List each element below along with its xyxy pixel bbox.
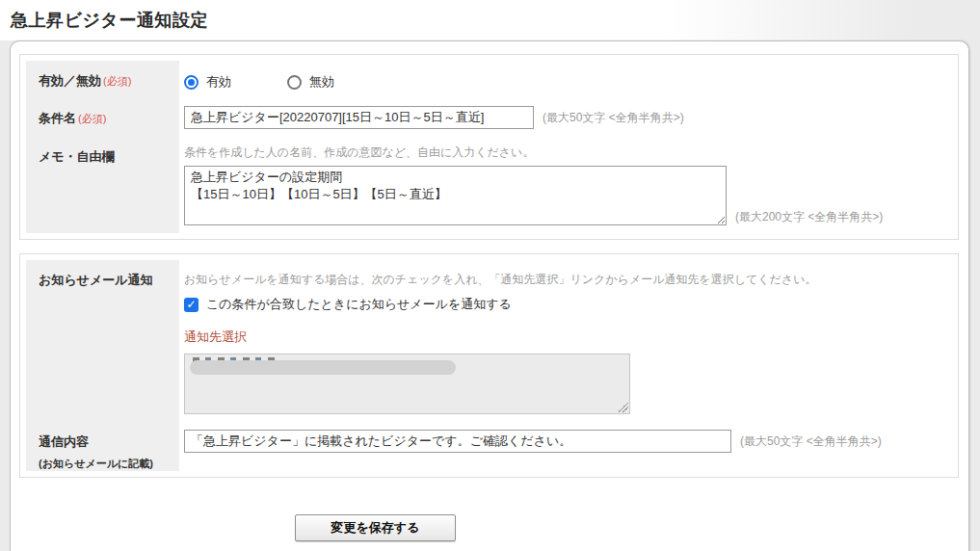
memo-content-cell: 条件を作成した人の名前、作成の意図など、自由に入力ください。 急上昇ビジターの設… [179, 137, 952, 233]
memo-label: メモ・自由欄 [39, 149, 115, 164]
radio-enabled-label: 有効 [206, 73, 231, 91]
basic-settings-section: 有効／無効(必須) 有効 無効 条件名(必須) [19, 54, 959, 240]
message-label-cell: 通信内容 (お知らせメールに記載) [26, 422, 179, 471]
notification-recipients-textarea[interactable] [184, 354, 630, 414]
enabled-label: 有効／無効 [39, 73, 101, 88]
enabled-label-cell: 有効／無効(必須) [26, 61, 179, 98]
recipient-select-link[interactable]: 通知先選択 [184, 328, 247, 346]
content-panel: 有効／無効(必須) 有効 無効 条件名(必須) [10, 40, 969, 551]
memo-label-cell: メモ・自由欄 [26, 137, 179, 233]
radio-disabled-label: 無効 [309, 73, 334, 91]
page-header: 急上昇ビジター通知設定 [0, 0, 980, 40]
memo-textarea[interactable]: 急上昇ビジターの設定期間 【15日～10日】【10日～5日】【5日～直近】 [184, 166, 727, 225]
enabled-radio-group: 有効 無効 [184, 68, 952, 91]
condition-name-input[interactable] [184, 106, 534, 129]
message-input[interactable] [184, 430, 731, 453]
condition-name-row: 条件名(必須) (最大50文字 <全角半角共>) [26, 98, 952, 137]
condition-name-content-cell: (最大50文字 <全角半角共>) [179, 98, 952, 137]
page-title: 急上昇ビジター通知設定 [11, 11, 208, 30]
notify-label: お知らせメール通知 [39, 273, 153, 287]
notify-row: お知らせメール通知 お知らせメールを通知する場合は、次のチェックを入れ、「通知先… [26, 260, 952, 422]
radio-unselected-icon[interactable] [287, 75, 302, 90]
message-row: 通信内容 (お知らせメールに記載) (最大50文字 <全角半角共>) [26, 422, 952, 471]
condition-name-label: 条件名 [39, 111, 76, 125]
message-content-cell: (最大50文字 <全角半角共>) [179, 422, 952, 471]
memo-row: メモ・自由欄 条件を作成した人の名前、作成の意図など、自由に入力ください。 急上… [26, 137, 952, 233]
save-button[interactable]: 変更を保存する [295, 514, 456, 541]
notify-content-cell: お知らせメールを通知する場合は、次のチェックを入れ、「通知先選択」リンクからメー… [179, 260, 952, 422]
notify-description: お知らせメールを通知する場合は、次のチェックを入れ、「通知先選択」リンクからメー… [184, 272, 952, 288]
resize-handle-icon[interactable] [619, 403, 628, 412]
mail-notification-section: お知らせメール通知 お知らせメールを通知する場合は、次のチェックを入れ、「通知先… [19, 253, 959, 478]
checkbox-checked-icon[interactable] [184, 298, 199, 312]
message-label: 通信内容 [39, 433, 173, 451]
notify-checkbox-row[interactable]: この条件が合致したときにお知らせメールを通知する [184, 296, 952, 313]
required-badge: (必須) [103, 75, 131, 87]
memo-hint: (最大200文字 <全角半角共>) [735, 209, 883, 225]
enabled-content-cell: 有効 無効 [179, 61, 952, 98]
message-sublabel: (お知らせメールに記載) [39, 457, 173, 471]
enabled-row: 有効／無効(必須) 有効 無効 [26, 61, 952, 98]
memo-description: 条件を作成した人の名前、作成の意図など、自由に入力ください。 [184, 144, 952, 161]
redaction-overlay [190, 360, 456, 375]
radio-option-disabled[interactable]: 無効 [287, 73, 334, 91]
condition-name-label-cell: 条件名(必須) [26, 98, 179, 137]
required-badge: (必須) [78, 113, 106, 124]
message-hint: (最大50文字 <全角半角共>) [740, 433, 882, 450]
notify-label-cell: お知らせメール通知 [26, 260, 179, 422]
radio-option-enabled[interactable]: 有効 [184, 73, 231, 91]
save-button-area: 変更を保存する [19, 478, 959, 541]
radio-selected-icon[interactable] [184, 75, 199, 90]
condition-name-hint: (最大50文字 <全角半角共>) [543, 110, 684, 126]
notify-checkbox-label: この条件が合致したときにお知らせメールを通知する [206, 296, 512, 313]
